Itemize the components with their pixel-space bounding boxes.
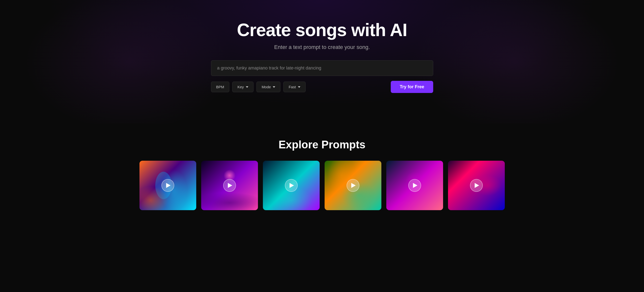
prompt-card[interactable] [386,161,443,210]
play-button[interactable] [470,179,483,192]
prompt-input[interactable] [211,60,433,76]
hero-section: Create songs with AI Enter a text prompt… [0,0,644,124]
mode-button[interactable]: Mode [256,82,281,92]
play-button[interactable] [223,179,236,192]
fast-chevron-icon [298,86,300,88]
prompt-card[interactable] [448,161,505,210]
cards-grid [10,161,634,213]
controls-row: BPM Key Mode Fast Try for Free [211,81,433,93]
fast-label: Fast [288,85,296,89]
hero-subtitle: Enter a text prompt to create your song. [274,44,370,50]
hero-title: Create songs with AI [237,20,407,40]
input-section: BPM Key Mode Fast Try for Free [211,60,433,93]
bpm-button[interactable]: BPM [211,82,230,92]
key-button[interactable]: Key [232,82,254,92]
prompt-card[interactable] [324,161,381,210]
try-for-free-button[interactable]: Try for Free [391,81,433,93]
key-chevron-icon [246,86,248,88]
prompt-card[interactable] [140,161,196,210]
play-button[interactable] [346,179,360,192]
mode-chevron-icon [273,86,275,88]
prompt-card[interactable] [263,161,320,210]
explore-section: Explore Prompts [0,124,644,223]
explore-title: Explore Prompts [10,138,634,151]
prompt-card[interactable] [201,161,258,210]
play-button[interactable] [285,179,298,192]
bpm-label: BPM [216,85,224,89]
play-button[interactable] [408,179,421,192]
mode-label: Mode [262,85,271,89]
page-wrapper: Create songs with AI Enter a text prompt… [0,0,644,223]
play-button[interactable] [162,179,174,192]
fast-button[interactable]: Fast [283,82,305,92]
key-label: Key [238,85,244,89]
